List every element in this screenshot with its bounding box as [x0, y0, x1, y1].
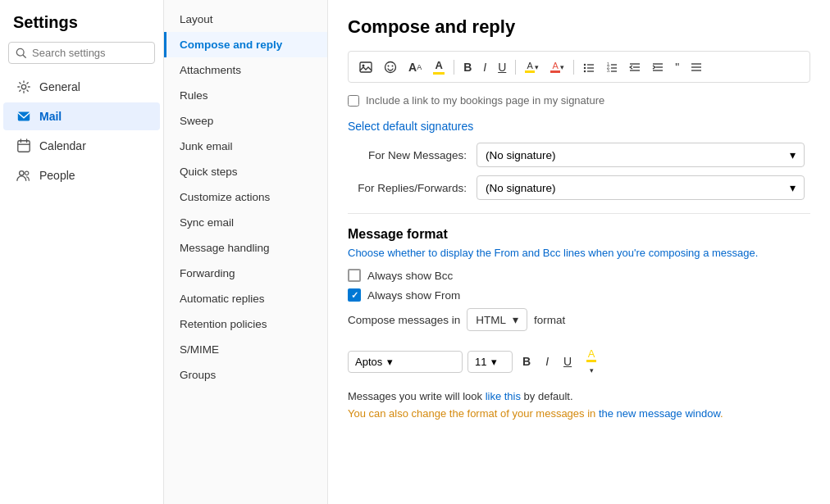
bookings-checkbox-label: Include a link to my bookings page in my… [366, 94, 604, 107]
main-content: Compose and reply AA A B I U A ▾ [328, 0, 830, 504]
sidebar-item-calendar[interactable]: Calendar [3, 132, 160, 160]
font-color-btn[interactable]: A ▾ [581, 344, 601, 379]
new-messages-label: For New Messages: [348, 149, 467, 161]
separator3 [573, 60, 574, 75]
new-messages-value: (No signature) [486, 149, 556, 161]
preview-line2: You can also change the format of your m… [348, 407, 810, 420]
mid-nav-rules[interactable]: Rules [164, 83, 327, 108]
mail-icon [16, 109, 31, 124]
separator2 [515, 60, 516, 75]
svg-point-8 [20, 171, 24, 175]
mid-nav-messagehandling[interactable]: Message handling [164, 235, 327, 261]
text-color-button[interactable]: A ▾ [546, 58, 568, 75]
more-format-button[interactable] [686, 59, 706, 75]
sidebar-item-mail[interactable]: Mail [3, 102, 160, 130]
highlight-button[interactable]: A ▾ [521, 58, 543, 75]
decrease-indent-button[interactable] [625, 59, 645, 75]
compose-format-suffix: format [534, 314, 565, 326]
numbered-list-button[interactable]: 1.2.3. [602, 59, 622, 75]
section-divider [348, 213, 810, 214]
search-box[interactable] [8, 42, 155, 64]
search-input[interactable] [32, 47, 148, 59]
sidebar-item-people[interactable]: People [3, 161, 160, 189]
formatting-toolbar: AA A B I U A ▾ A ▾ [348, 51, 810, 83]
signature-section-label: Select default signatures [348, 120, 810, 133]
always-show-bcc-label: Always show Bcc [367, 270, 453, 282]
mid-nav-attachments[interactable]: Attachments [164, 57, 327, 83]
replies-select[interactable]: (No signature) ▾ [477, 175, 805, 200]
new-messages-row: For New Messages: (No signature) ▾ [348, 143, 810, 167]
font-family-chevron: ▾ [387, 356, 393, 368]
message-format-desc: Choose whether to display the From and B… [348, 247, 810, 259]
mid-nav-forwarding[interactable]: Forwarding [164, 261, 327, 286]
sidebar-calendar-label: Calendar [39, 139, 86, 152]
app-title: Settings [0, 0, 163, 42]
preview-line2-link[interactable]: the new message window [599, 407, 720, 420]
mid-nav-smime[interactable]: S/MIME [164, 337, 327, 362]
gear-icon [16, 79, 31, 94]
svg-point-2 [21, 84, 25, 89]
preview-line2-suffix: . [720, 407, 723, 420]
svg-point-11 [363, 64, 365, 66]
preview-line2-prefix: You can also change the format of your m… [348, 407, 599, 420]
font-color-button[interactable]: A [429, 57, 449, 77]
people-icon [16, 168, 31, 183]
preview-link[interactable]: like this [486, 390, 521, 402]
sidebar-people-label: People [39, 169, 75, 182]
message-format-title: Message format [348, 227, 810, 242]
font-size-value: 11 [475, 356, 486, 368]
mid-nav-sweep[interactable]: Sweep [164, 108, 327, 134]
always-show-bcc-checkbox[interactable] [348, 269, 361, 282]
insert-image-button[interactable] [355, 58, 376, 76]
svg-text:3.: 3. [607, 68, 610, 73]
mid-nav-groups[interactable]: Groups [164, 362, 327, 388]
svg-point-9 [25, 171, 28, 175]
underline-button[interactable]: U [494, 58, 510, 76]
font-size-select[interactable]: 11 ▾ [467, 351, 513, 373]
svg-rect-4 [18, 141, 30, 152]
replies-chevron: ▾ [790, 181, 796, 194]
compose-format-row: Compose messages in HTML ▾ format [348, 308, 810, 331]
mid-nav-retention[interactable]: Retention policies [164, 311, 327, 337]
italic-button[interactable]: I [479, 58, 490, 76]
svg-point-14 [392, 65, 394, 66]
compose-format-chevron: ▾ [513, 313, 518, 326]
svg-point-13 [388, 65, 390, 66]
sidebar: Settings General Mail Calendar [0, 0, 164, 504]
compose-format-value: HTML [476, 314, 506, 326]
svg-point-15 [584, 63, 586, 65]
mid-nav-compose[interactable]: Compose and reply [164, 32, 327, 57]
font-bold-button[interactable]: B [518, 352, 536, 371]
preview-line1: Messages you write will look like this b… [348, 390, 810, 402]
svg-point-19 [584, 70, 586, 71]
preview-suffix: by default. [521, 390, 573, 402]
emoji-button[interactable] [380, 58, 401, 76]
bullets-button[interactable] [579, 59, 599, 75]
mid-nav-layout[interactable]: Layout [164, 7, 327, 32]
mid-nav-customize[interactable]: Customize actions [164, 184, 327, 210]
mid-nav-quicksteps[interactable]: Quick steps [164, 159, 327, 184]
compose-format-select[interactable]: HTML ▾ [467, 308, 527, 331]
sidebar-mail-label: Mail [39, 110, 62, 123]
sidebar-item-general[interactable]: General [3, 73, 160, 101]
increase-indent-button[interactable] [648, 59, 668, 75]
font-family-select[interactable]: Aptos ▾ [348, 351, 463, 373]
mid-nav-autoreplies[interactable]: Automatic replies [164, 286, 327, 311]
mid-nav-sync[interactable]: Sync email [164, 210, 327, 235]
always-show-from-checkbox[interactable] [348, 288, 361, 302]
quote-button[interactable]: " [671, 58, 683, 76]
mid-nav-junk[interactable]: Junk email [164, 134, 327, 159]
bookings-checkbox[interactable] [348, 95, 359, 107]
new-messages-chevron: ▾ [790, 148, 796, 161]
compose-format-prefix: Compose messages in [348, 314, 460, 326]
new-messages-select[interactable]: (No signature) ▾ [477, 143, 805, 167]
font-italic-button[interactable]: I [540, 352, 554, 371]
sidebar-general-label: General [39, 80, 80, 93]
font-toolbar: Aptos ▾ 11 ▾ B I U A ▾ [348, 344, 810, 379]
preview-prefix: Messages you write will look [348, 390, 486, 402]
mid-nav: Layout Compose and reply Attachments Rul… [164, 0, 328, 504]
bold-button[interactable]: B [459, 58, 476, 76]
replies-value: (No signature) [486, 182, 556, 194]
font-underline-button[interactable]: U [559, 352, 577, 371]
font-size-button[interactable]: AA [404, 58, 426, 76]
